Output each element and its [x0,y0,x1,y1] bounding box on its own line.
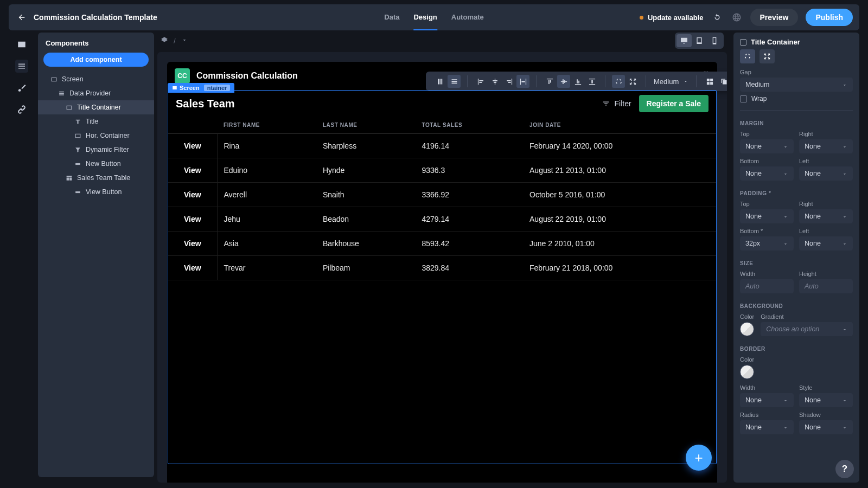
canvas-wrap[interactable]: CC Commission Calculation [157,52,727,483]
v-align-bottom-button[interactable] [571,75,584,88]
selection-tag[interactable]: Screen ntainer [168,83,234,93]
gap-select[interactable]: Medium [649,78,693,86]
h-align-start-button[interactable] [474,75,487,88]
rail-components[interactable] [15,60,28,73]
tree-node[interactable]: View Button [38,185,154,199]
margin-right-select[interactable]: None [799,139,853,153]
tree-node[interactable]: New Button [38,157,154,171]
width-input[interactable]: Auto [740,279,794,293]
padding-right-select[interactable]: None [799,209,853,223]
border-color-swatch[interactable] [740,365,754,379]
shrink-prop-button[interactable] [740,49,755,63]
border-shadow-select[interactable]: None [799,420,853,434]
table-row[interactable]: ViewAverellSnaith3366.92October 5 2016, … [168,183,716,207]
h-align-end-button[interactable] [502,75,515,88]
v-align-top-button[interactable] [543,75,556,88]
direction-row-button[interactable] [433,75,446,88]
tree-node[interactable]: Title [38,114,154,129]
grid-button[interactable] [703,75,716,88]
table-row[interactable]: ViewJehuBeadon4279.14August 22 2019, 01:… [168,207,716,232]
expand-icon [763,53,771,60]
breadcrumb-root[interactable] [161,36,168,46]
title-container[interactable]: Sales Team Filter Register a Sale [168,91,716,117]
wrap-checkbox[interactable]: Wrap [740,95,853,102]
table-row[interactable]: ViewRinaSharpless4196.14February 14 2020… [168,134,716,158]
bg-color-swatch[interactable] [740,322,754,336]
bg-gradient-select[interactable]: Choose an option [761,322,853,336]
margin-bottom-label: Bottom [740,158,794,164]
table-row[interactable]: ViewEduinoHynde9336.3August 21 2013, 01:… [168,158,716,183]
tree-node[interactable]: Screen [38,72,154,86]
tree-node[interactable]: Title Container [38,100,154,114]
add-component-button[interactable]: Add component [43,53,149,67]
table-header[interactable]: TOTAL SALES [415,117,523,134]
table-row[interactable]: ViewAsiaBarkhouse8593.42June 2 2010, 01:… [168,232,716,256]
preview-button[interactable]: Preview [750,9,799,26]
tree-node[interactable]: Hor. Container [38,129,154,143]
tab-automate[interactable]: Automate [451,4,484,30]
device-tablet[interactable] [692,34,707,47]
grow-prop-button[interactable] [760,49,775,63]
tab-data[interactable]: Data [384,4,399,30]
view-button[interactable]: View [168,134,217,158]
device-mobile[interactable] [707,34,722,47]
view-button[interactable]: View [168,158,217,183]
v-align-middle-button[interactable] [557,75,570,88]
margin-bottom-select[interactable]: None [740,166,794,181]
padding-top-select[interactable]: None [740,209,794,223]
selected-container[interactable]: Screen ntainer Sales Team Filter Registe… [168,90,717,464]
fab-add-button[interactable]: + [686,445,712,471]
border-width-select[interactable]: None [740,393,794,407]
tree-node[interactable]: Dynamic Filter [38,143,154,157]
refresh-icon [712,12,722,22]
sales-team-table[interactable]: FIRST NAMELAST NAMETOTAL SALESJOIN DATEV… [168,117,716,280]
rail-links[interactable] [15,103,28,116]
view-button[interactable]: View [168,232,217,256]
table-header[interactable]: LAST NAME [316,117,416,134]
update-available-label[interactable]: Update available [648,14,704,22]
tree-node-label: Title Container [77,104,121,111]
publish-button[interactable]: Publish [806,9,853,26]
padding-left-select[interactable]: None [799,236,853,251]
help-button[interactable]: ? [835,460,854,478]
view-button[interactable]: View [168,183,217,207]
filter-button[interactable]: Filter [602,99,631,108]
tab-design[interactable]: Design [413,4,437,30]
top-tabs: Data Design Automate [384,4,483,30]
view-button[interactable]: View [168,207,217,232]
border-radius-select[interactable]: None [740,420,794,434]
v-align-stretch-button[interactable] [585,75,598,88]
padding-bottom-select[interactable]: 32px [740,236,794,251]
expand-icon [629,78,637,86]
refresh-button[interactable] [711,11,723,23]
duplicate-button[interactable] [717,75,727,88]
tree-node-label: View Button [86,188,122,196]
tree-node[interactable]: Data Provider [38,86,154,100]
app-frame[interactable]: CC Commission Calculation [167,62,717,483]
device-desktop[interactable] [676,34,692,47]
border-style-select[interactable]: None [799,393,853,407]
margin-left-select[interactable]: None [799,166,853,181]
direction-column-button[interactable] [448,75,461,88]
h-align-center-button[interactable] [488,75,501,88]
table-header[interactable]: JOIN DATE [523,117,716,134]
canvas-area: / CC Commission Calculation [157,33,727,483]
rail-screens[interactable] [15,38,28,51]
shrink-button[interactable] [612,75,625,88]
back-button[interactable] [15,11,28,24]
h-align-stretch-button[interactable] [516,75,529,88]
breadcrumb-chevron[interactable] [181,37,188,45]
floating-toolbar[interactable]: Medium [426,72,727,91]
table-header[interactable]: FIRST NAME [217,117,316,134]
grow-button[interactable] [626,75,639,88]
globe-button[interactable] [731,11,743,23]
margin-top-select[interactable]: None [740,139,794,153]
view-button[interactable]: View [168,256,217,280]
height-input[interactable]: Auto [799,279,853,293]
register-sale-button[interactable]: Register a Sale [639,95,709,112]
rail-theme[interactable] [15,81,28,94]
tree-node[interactable]: Sales Team Table [38,171,154,185]
tag-main: Screen [180,85,200,91]
gap-select[interactable]: Medium [740,78,853,92]
table-row[interactable]: ViewTrevarPilbeam3829.84February 21 2018… [168,256,716,280]
